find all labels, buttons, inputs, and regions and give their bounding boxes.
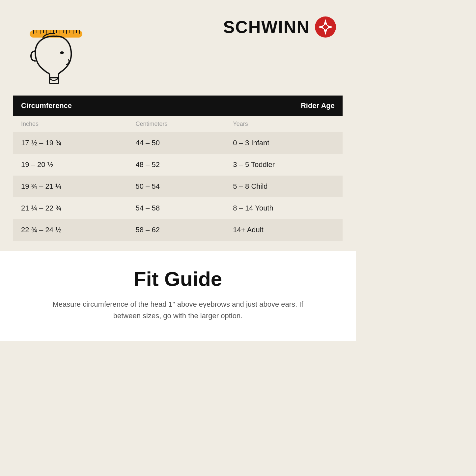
cm-cell: 44 – 50: [127, 132, 225, 154]
cm-cell: 54 – 58: [127, 197, 225, 219]
table-row: 17 ½ – 19 ¾ 44 – 50 0 – 3 Infant: [13, 132, 343, 154]
circumference-header: Circumference: [13, 96, 225, 116]
cm-cell: 58 – 62: [127, 219, 225, 241]
inches-cell: 17 ½ – 19 ¾: [13, 132, 127, 154]
size-chart-section: Circumference Rider Age Inches Centimete…: [0, 96, 356, 251]
age-cell: 8 – 14 Youth: [225, 197, 343, 219]
svg-point-23: [324, 26, 326, 28]
table-row: 22 ¾ – 24 ½ 58 – 62 14+ Adult: [13, 219, 343, 241]
inches-cell: 19 – 20 ½: [13, 154, 127, 176]
fit-guide-title: Fit Guide: [26, 267, 329, 291]
table-header: Circumference Rider Age: [13, 96, 343, 116]
cm-subheader: Centimeters: [127, 116, 225, 132]
age-cell: 14+ Adult: [225, 219, 343, 241]
inches-cell: 19 ¾ – 21 ¼: [13, 176, 127, 197]
inches-subheader: Inches: [13, 116, 127, 132]
size-chart-table: Circumference Rider Age Inches Centimete…: [13, 96, 343, 241]
table-subheader: Inches Centimeters Years: [13, 116, 343, 132]
fit-guide-description: Measure circumference of the head 1" abo…: [49, 298, 306, 322]
table-row: 21 ¼ – 22 ¾ 54 – 58 8 – 14 Youth: [13, 197, 343, 219]
inches-cell: 21 ¼ – 22 ¾: [13, 197, 127, 219]
years-subheader: Years: [225, 116, 343, 132]
cm-cell: 48 – 52: [127, 154, 225, 176]
schwinn-logo: SCHWINN: [223, 16, 336, 38]
head-illustration: [20, 13, 92, 86]
brand-name: SCHWINN: [223, 17, 310, 37]
inches-cell: 22 ¾ – 24 ½: [13, 219, 127, 241]
table-body: 17 ½ – 19 ¾ 44 – 50 0 – 3 Infant 19 – 20…: [13, 132, 343, 241]
compass-icon: [315, 16, 336, 38]
table-row: 19 ¾ – 21 ¼ 50 – 54 5 – 8 Child: [13, 176, 343, 197]
table-row: 19 – 20 ½ 48 – 52 3 – 5 Toddler: [13, 154, 343, 176]
svg-point-16: [60, 51, 64, 54]
cm-cell: 50 – 54: [127, 176, 225, 197]
age-cell: 0 – 3 Infant: [225, 132, 343, 154]
rider-age-header: Rider Age: [225, 96, 343, 116]
top-section: SCHWINN: [0, 0, 356, 96]
fit-guide-section: Fit Guide Measure circumference of the h…: [0, 251, 356, 341]
age-cell: 3 – 5 Toddler: [225, 154, 343, 176]
age-cell: 5 – 8 Child: [225, 176, 343, 197]
